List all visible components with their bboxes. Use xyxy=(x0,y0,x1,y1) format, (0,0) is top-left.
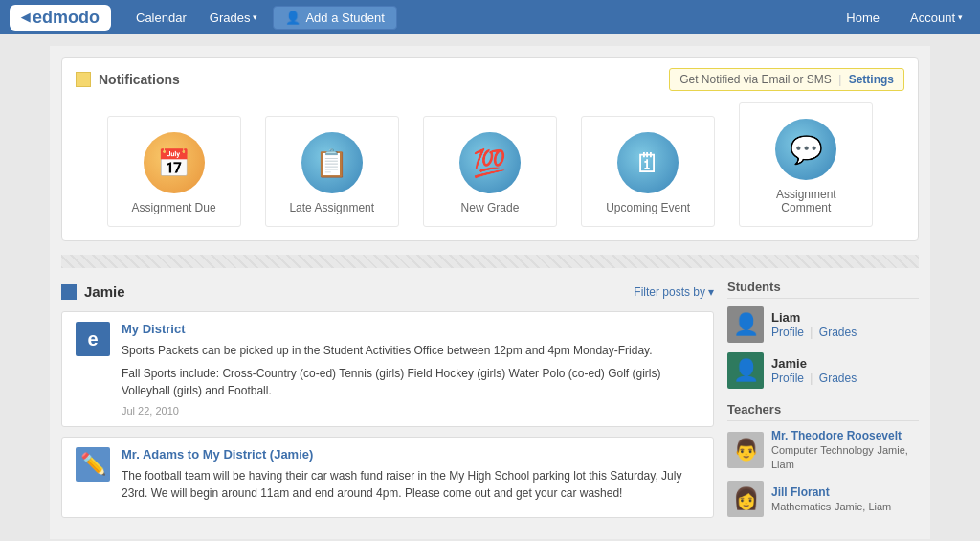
notif-assignment-due-label: Assignment Due xyxy=(132,201,216,214)
feed-user-square-icon xyxy=(61,284,77,300)
nav-grades[interactable]: Grades ▾ xyxy=(202,11,266,25)
filter-caret-icon: ▾ xyxy=(708,285,714,299)
liam-grades-link[interactable]: Grades xyxy=(819,326,857,339)
notif-assignment-comment[interactable]: 💬 Assignment Comment xyxy=(739,102,873,227)
feed-user: Jamie xyxy=(61,283,125,300)
assignment-due-icon: 📅 xyxy=(144,132,205,193)
pencil-icon: ✏️ xyxy=(76,447,110,482)
jamie-grades-link[interactable]: Grades xyxy=(819,372,857,385)
upcoming-event-icon: 🗓 xyxy=(617,132,679,193)
florant-info: Jill Florant Mathematics Jamie, Liam xyxy=(771,485,891,513)
post-title-2[interactable]: Mr. Adams to My District (Jamie) xyxy=(122,447,702,462)
notif-upcoming-event[interactable]: 🗓 Upcoming Event xyxy=(581,116,715,227)
teacher-item-roosevelt: 👨 Mr. Theodore Roosevelt Computer Techno… xyxy=(727,429,919,471)
nav-account[interactable]: Account ▾ xyxy=(902,11,970,25)
roosevelt-avatar: 👨 xyxy=(727,432,764,468)
assignment-comment-icon: 💬 xyxy=(775,119,836,180)
settings-link[interactable]: Settings xyxy=(849,73,894,86)
notif-assignment-due[interactable]: 📅 Assignment Due xyxy=(107,116,241,227)
florant-students: Jamie, Liam xyxy=(835,501,891,512)
pipe-divider: | xyxy=(838,73,841,86)
students-section-title: Students xyxy=(727,280,919,299)
post-avatar-pencil: ✏️ xyxy=(74,447,112,485)
nav-home[interactable]: Home xyxy=(838,11,887,25)
main-wrapper: Notifications Get Notified via Email or … xyxy=(50,46,930,539)
sidebar: Students 👤 Liam Profile | Grades 👤 Jamie xyxy=(727,280,919,528)
post-avatar-e: e xyxy=(74,322,112,360)
student-item-liam: 👤 Liam Profile | Grades xyxy=(727,306,919,343)
liam-pipe: | xyxy=(810,326,813,339)
account-caret-icon: ▾ xyxy=(958,12,963,22)
jamie-avatar: 👤 xyxy=(727,352,764,389)
notifications-title: Notifications xyxy=(76,72,180,87)
nav-calendar[interactable]: Calendar xyxy=(128,11,194,25)
content-layout: Jamie Filter posts by ▾ e My District Sp… xyxy=(61,280,919,528)
post-text-2a: The football team will be having their c… xyxy=(122,467,702,502)
late-assignment-icon: 📋 xyxy=(301,132,363,193)
roosevelt-subject: Computer Technology xyxy=(771,444,874,456)
post-body-1: My District Sports Packets can be picked… xyxy=(122,322,702,417)
florant-subject: Mathematics xyxy=(771,501,831,512)
teacher-item-florant: 👩 Jill Florant Mathematics Jamie, Liam xyxy=(727,481,919,517)
jamie-profile-link[interactable]: Profile xyxy=(771,372,804,385)
florant-avatar: 👩 xyxy=(727,481,764,517)
notif-new-grade-label: New Grade xyxy=(461,201,520,214)
jamie-name: Jamie xyxy=(771,356,857,371)
notif-new-grade[interactable]: 💯 New Grade xyxy=(423,116,557,227)
post-item-2: ✏️ Mr. Adams to My District (Jamie) The … xyxy=(61,437,714,518)
notifications-box: Notifications Get Notified via Email or … xyxy=(61,57,919,241)
feed-header: Jamie Filter posts by ▾ xyxy=(61,280,714,304)
stripe-divider xyxy=(61,255,919,268)
jamie-info: Jamie Profile | Grades xyxy=(771,356,857,385)
post-title-1[interactable]: My District xyxy=(122,322,702,336)
add-student-button[interactable]: 👤 Add a Student xyxy=(273,6,396,30)
filter-posts-button[interactable]: Filter posts by ▾ xyxy=(634,285,714,299)
roosevelt-name[interactable]: Mr. Theodore Roosevelt xyxy=(771,429,919,442)
nav-right: Home Account ▾ xyxy=(838,11,970,25)
roosevelt-info: Mr. Theodore Roosevelt Computer Technolo… xyxy=(771,429,919,471)
post-body-2: Mr. Adams to My District (Jamie) The foo… xyxy=(122,447,702,507)
notif-late-assignment[interactable]: 📋 Late Assignment xyxy=(265,116,399,227)
notif-late-assignment-label: Late Assignment xyxy=(289,201,374,214)
liam-avatar: 👤 xyxy=(727,306,764,343)
notifications-icons: 📅 Assignment Due 📋 Late Assignment 💯 New… xyxy=(76,102,904,227)
avatar-e-icon: e xyxy=(76,322,110,356)
post-text-1a: Sports Packets can be picked up in the S… xyxy=(122,342,702,359)
liam-name: Liam xyxy=(771,310,857,325)
post-item: e My District Sports Packets can be pick… xyxy=(61,311,714,427)
notifications-header: Notifications Get Notified via Email or … xyxy=(76,68,904,91)
grades-caret-icon: ▾ xyxy=(253,12,257,22)
logo[interactable]: edmodo xyxy=(10,5,111,31)
notifications-square-icon xyxy=(76,72,91,87)
liam-links: Profile | Grades xyxy=(771,326,857,339)
feed-user-name: Jamie xyxy=(84,283,125,300)
student-item-jamie: 👤 Jamie Profile | Grades xyxy=(727,352,919,389)
email-banner[interactable]: Get Notified via Email or SMS | Settings xyxy=(669,68,904,91)
notif-upcoming-event-label: Upcoming Event xyxy=(606,201,690,214)
liam-info: Liam Profile | Grades xyxy=(771,310,857,339)
jamie-pipe: | xyxy=(810,372,813,385)
liam-profile-link[interactable]: Profile xyxy=(771,326,804,339)
notif-assignment-comment-label: Assignment Comment xyxy=(749,188,862,214)
new-grade-icon: 💯 xyxy=(459,132,521,193)
post-text-1b: Fall Sports include: Cross-Country (co-e… xyxy=(122,365,702,399)
navbar: edmodo Calendar Grades ▾ 👤 Add a Student… xyxy=(0,0,980,34)
jamie-links: Profile | Grades xyxy=(771,372,857,385)
person-icon: 👤 xyxy=(285,11,301,25)
teachers-section-title: Teachers xyxy=(727,402,919,421)
post-date-1: Jul 22, 2010 xyxy=(122,405,702,417)
main-feed: Jamie Filter posts by ▾ e My District Sp… xyxy=(61,280,714,528)
teachers-section: Teachers 👨 Mr. Theodore Roosevelt Comput… xyxy=(727,402,919,517)
florant-name[interactable]: Jill Florant xyxy=(771,485,891,499)
